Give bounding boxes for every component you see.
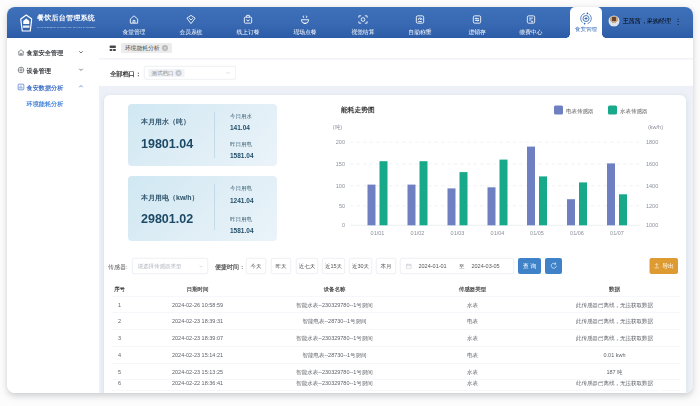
svg-text:01/07: 01/07 — [610, 230, 624, 236]
svg-text:1800: 1800 — [646, 139, 658, 145]
svg-text:1000: 1000 — [646, 222, 658, 228]
svg-text:100: 100 — [336, 183, 345, 189]
svg-text:01/04: 01/04 — [491, 230, 505, 236]
svg-text:01/06: 01/06 — [570, 230, 584, 236]
svg-text:1400: 1400 — [646, 183, 658, 189]
svg-text:01/05: 01/05 — [530, 230, 544, 236]
svg-text:(kw/h): (kw/h) — [648, 124, 663, 130]
svg-text:150: 150 — [336, 161, 345, 167]
svg-text:1600: 1600 — [646, 161, 658, 167]
svg-text:1200: 1200 — [646, 203, 658, 209]
svg-text:01/01: 01/01 — [371, 230, 385, 236]
svg-text:200: 200 — [336, 139, 345, 145]
svg-text:01/02: 01/02 — [411, 230, 425, 236]
svg-text:01/03: 01/03 — [451, 230, 465, 236]
svg-text:0: 0 — [342, 222, 345, 228]
svg-text:50: 50 — [339, 203, 345, 209]
svg-text:(吨): (吨) — [333, 124, 342, 130]
